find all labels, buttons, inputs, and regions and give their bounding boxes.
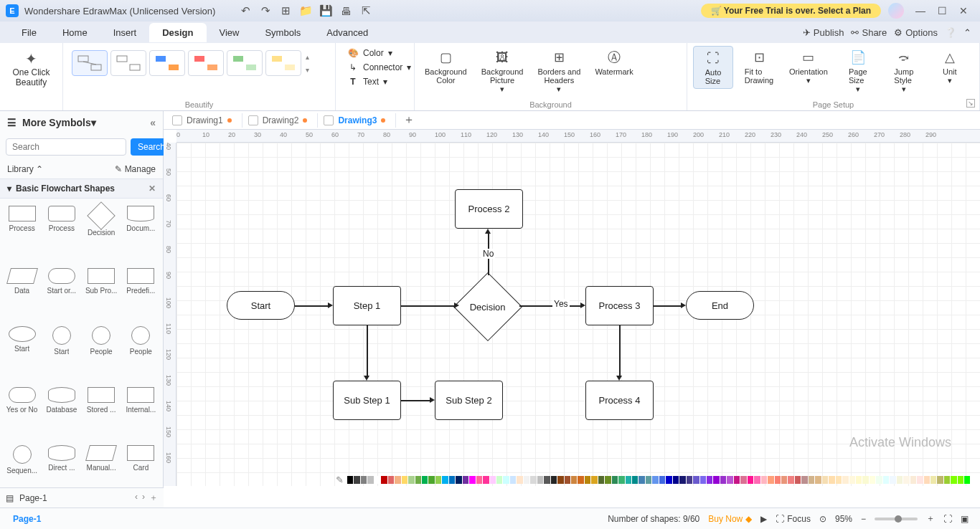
eyedropper-icon[interactable]: ✎ xyxy=(336,475,344,485)
bg-picture-button[interactable]: 🖼Background Picture ▾ xyxy=(477,46,528,97)
color-swatch[interactable] xyxy=(632,476,638,484)
color-swatch[interactable] xyxy=(673,476,679,484)
buy-now-link[interactable]: Buy Now ◆ xyxy=(708,514,752,524)
search-input[interactable] xyxy=(6,138,126,156)
node-start[interactable]: Start xyxy=(227,291,295,320)
auto-size-button[interactable]: ⛶Auto Size xyxy=(693,46,733,89)
color-swatch[interactable] xyxy=(836,476,842,484)
color-swatch[interactable] xyxy=(591,476,597,484)
color-swatch[interactable] xyxy=(910,476,916,484)
jump-style-button[interactable]: ⤼Jump Style ▾ xyxy=(884,46,924,97)
trial-banner[interactable]: 🛒 Your Free Trial is over. Select a Plan xyxy=(701,4,881,18)
tab-drawing2[interactable]: Drawing2 xyxy=(242,113,319,128)
color-swatch[interactable] xyxy=(930,476,936,484)
menu-file[interactable]: File xyxy=(9,23,50,42)
hamburger-icon[interactable]: ☰ xyxy=(7,117,17,128)
color-swatch[interactable] xyxy=(679,476,685,484)
fullscreen-icon[interactable]: ▣ xyxy=(961,514,969,524)
zoom-out-icon[interactable]: − xyxy=(861,514,866,524)
color-swatch[interactable] xyxy=(374,476,380,484)
library-link[interactable]: Library ⌃ xyxy=(7,164,43,174)
menu-view[interactable]: View xyxy=(207,23,253,42)
chevron-down-icon[interactable]: ▾ xyxy=(7,184,11,194)
close-button[interactable]: ✕ xyxy=(953,5,974,16)
manage-link[interactable]: ✎ Manage xyxy=(115,164,156,174)
theme-2[interactable] xyxy=(110,50,146,76)
tab-drawing1[interactable]: Drawing1 xyxy=(166,113,242,128)
color-swatch[interactable] xyxy=(428,476,434,484)
borders-button[interactable]: ⊞Borders and Headers ▾ xyxy=(533,46,585,97)
status-page[interactable]: Page-1 xyxy=(7,514,47,524)
color-swatch[interactable] xyxy=(740,476,746,484)
color-swatch[interactable] xyxy=(903,476,909,484)
color-swatch[interactable] xyxy=(666,476,672,484)
node-substep1[interactable]: Sub Step 1 xyxy=(333,381,401,420)
shape-people[interactable]: People xyxy=(122,325,160,383)
print-icon[interactable]: 🖶 xyxy=(338,3,354,19)
color-swatch[interactable] xyxy=(944,476,950,484)
new-icon[interactable]: ⊞ xyxy=(278,3,293,19)
color-swatch[interactable] xyxy=(524,476,529,484)
shape-sub-pro-[interactable]: Sub Pro... xyxy=(83,267,121,322)
text-dropdown[interactable]: TText ▾ xyxy=(343,75,392,89)
menu-home[interactable]: Home xyxy=(50,23,100,42)
color-swatch[interactable] xyxy=(768,476,773,484)
color-swatch[interactable] xyxy=(809,476,814,484)
theme-4[interactable] xyxy=(188,50,224,76)
color-swatch[interactable] xyxy=(544,476,550,484)
orientation-button[interactable]: ▭Orientation ▾ xyxy=(785,46,832,88)
color-swatch[interactable] xyxy=(890,476,895,484)
color-swatch[interactable] xyxy=(598,476,604,484)
shape-data[interactable]: Data xyxy=(3,267,41,322)
color-swatch[interactable] xyxy=(557,476,563,484)
tab-drawing3[interactable]: Drawing3 xyxy=(318,113,396,128)
theme-up-icon[interactable]: ▴ xyxy=(306,53,309,61)
color-swatch[interactable] xyxy=(917,476,923,484)
color-swatch[interactable] xyxy=(862,476,868,484)
bg-color-button[interactable]: ▢Background Color xyxy=(420,46,471,87)
color-swatch[interactable] xyxy=(713,476,719,484)
color-swatch[interactable] xyxy=(456,476,461,484)
open-icon[interactable]: 📁 xyxy=(298,3,314,19)
color-swatch[interactable] xyxy=(761,476,767,484)
undo-icon[interactable]: ↶ xyxy=(237,3,253,19)
menu-insert[interactable]: Insert xyxy=(100,23,150,42)
shape-internal-[interactable]: Internal... xyxy=(122,386,160,441)
color-swatch[interactable] xyxy=(788,476,793,484)
color-swatch[interactable] xyxy=(849,476,855,484)
color-swatch[interactable] xyxy=(422,476,428,484)
more-symbols-dropdown[interactable]: More Symbols xyxy=(22,117,91,128)
save-icon[interactable]: 💾 xyxy=(318,3,334,19)
color-swatch[interactable] xyxy=(700,476,706,484)
color-swatch[interactable] xyxy=(870,476,875,484)
share-button[interactable]: ⚯ Share xyxy=(851,27,887,38)
pages-icon[interactable]: ▤ xyxy=(6,493,14,503)
connector-dropdown[interactable]: ↳Connector ▾ xyxy=(343,60,415,75)
one-click-beautify-button[interactable]: ✦ One Click Beautify xyxy=(9,46,52,92)
color-swatch[interactable] xyxy=(476,476,482,484)
node-process2[interactable]: Process 2 xyxy=(455,189,523,229)
shape-start[interactable]: Start xyxy=(42,325,80,383)
color-swatch[interactable] xyxy=(503,476,509,484)
color-swatch[interactable] xyxy=(951,476,956,484)
next-page-icon[interactable]: › xyxy=(142,492,145,504)
focus-button[interactable]: ⛶ Focus xyxy=(776,514,811,524)
color-swatch[interactable] xyxy=(707,476,712,484)
color-swatch[interactable] xyxy=(463,476,468,484)
node-step1[interactable]: Step 1 xyxy=(333,286,401,325)
menu-design[interactable]: Design xyxy=(149,23,206,42)
node-process4[interactable]: Process 4 xyxy=(585,381,654,420)
color-swatch[interactable] xyxy=(585,476,590,484)
shape-stored-[interactable]: Stored ... xyxy=(83,386,121,441)
color-swatch[interactable] xyxy=(469,476,475,484)
shape-yes-or-no[interactable]: Yes or No xyxy=(3,386,41,441)
color-swatch[interactable] xyxy=(897,476,903,484)
color-swatch[interactable] xyxy=(876,476,882,484)
menu-advanced[interactable]: Advanced xyxy=(314,23,381,42)
theme-1[interactable] xyxy=(72,50,108,76)
shape-process[interactable]: Process xyxy=(3,204,41,264)
minimize-button[interactable]: — xyxy=(910,5,931,16)
publish-button[interactable]: ✈ Publish xyxy=(803,27,844,38)
color-swatch[interactable] xyxy=(937,476,943,484)
avatar[interactable] xyxy=(888,3,904,19)
